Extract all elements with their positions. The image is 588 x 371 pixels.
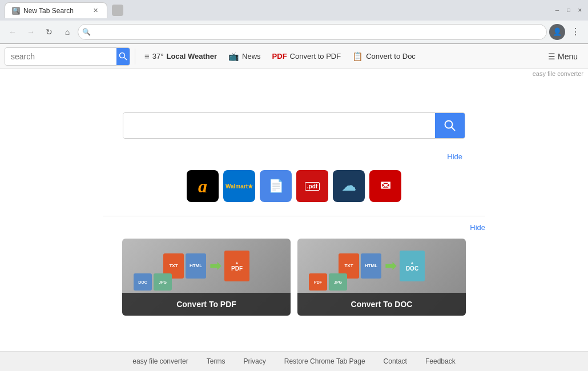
efc-label-text: easy file converter [533,70,583,77]
menu-label: Menu [558,52,578,61]
arrow-right-icon: ➡ [210,258,221,274]
address-search-icon: 🔍 [82,28,91,36]
doc-pile-bottom: DOC JPG [134,273,172,291]
footer-contact[interactable]: Contact [384,357,407,365]
quick-icons-row: a Walmart★ 📄 .pdf ☁ ✉ [0,163,588,211]
new-tab-button[interactable] [110,2,126,18]
footer-terms[interactable]: Terms [207,357,225,365]
center-search-box [123,112,465,139]
doc-output-pdf-icon: ▲ PDF [224,251,249,281]
toolbar-weather-temp: 37° [152,52,164,61]
footer-brand[interactable]: easy file converter [132,357,188,365]
footer-restore[interactable]: Restore Chrome Tab Page [284,357,365,365]
toolbar-separator-1 [135,49,135,64]
tab-favicon: 🔍 [12,7,20,15]
toolbar-weather-item[interactable]: ≡ 37° Local Weather [140,49,221,63]
tab-title: New Tab Search [23,7,91,15]
browser-menu-button[interactable]: ⋮ [567,24,583,40]
news-icon: 📺 [228,51,239,62]
tab-area: 🔍 New Tab Search ✕ [5,2,554,18]
maximize-button[interactable]: □ [565,7,572,14]
weather-grid-icon: ≡ [144,51,150,61]
quick-icon-weather[interactable]: ☁ [333,170,365,202]
close-button[interactable]: ✕ [577,7,583,14]
toolbar-pdf-label: Convert to PDF [290,52,341,61]
card-illustration-doc: TXT HTML ➡ ▲ DOC PDF JPG [297,239,466,293]
doc-output-doc-icon: ▲ DOC [400,251,425,281]
refresh-button[interactable]: ↻ [41,24,57,40]
svg-line-3 [452,127,455,131]
doc-icon: 📋 [352,51,363,62]
doc-html-icon: HTML [186,253,206,279]
toolbar-doc-item[interactable]: 📋 Convert to Doc [348,49,420,64]
extension-toolbar: ≡ 37° Local Weather 📺 News PDF Convert t… [0,44,588,69]
svg-point-2 [445,121,453,128]
quick-icon-mail[interactable]: ✉ [369,170,401,202]
center-search-wrapper [0,90,588,150]
doc-pdf-bottom-icon: PDF [309,273,327,291]
svg-point-0 [119,53,124,58]
tab-close-button[interactable]: ✕ [91,6,100,15]
toolbar-pdf-item[interactable]: PDF Convert to PDF [268,50,346,63]
doc-doc-icon: DOC [134,273,152,291]
footer-feedback[interactable]: Feedback [425,357,456,365]
toolbar-search-icon [119,52,128,61]
doc-jpg-icon: JPG [154,273,172,291]
hide-link[interactable]: Hide [0,150,588,163]
toolbar-search-box [5,47,130,66]
minimize-button[interactable]: ─ [554,7,561,14]
forward-button[interactable]: → [23,24,39,40]
toolbar-news-item[interactable]: 📺 News [224,49,265,64]
center-search-button[interactable] [435,112,465,139]
quick-icon-walmart[interactable]: Walmart★ [223,170,255,202]
browser-chrome: 🔍 New Tab Search ✕ ─ □ ✕ ← → ↻ ⌂ 🔍 👤 ⋮ [0,0,588,44]
address-wrapper: 🔍 [78,24,547,40]
section-divider [103,216,485,216]
center-search-icon [444,119,456,132]
main-content: Hide a Walmart★ 📄 .pdf ☁ ✉ Hide [0,78,588,320]
quick-icon-amazon[interactable]: a [187,170,219,202]
convert-to-pdf-card[interactable]: TXT HTML ➡ ▲ PDF DOC JPG Convert To PDF [122,239,291,316]
back-button[interactable]: ← [5,24,21,40]
hide-link-2-text: Hide [470,223,485,232]
pdf-icon: PDF [272,52,287,61]
quick-icon-pdf[interactable]: .pdf [296,170,328,202]
nav-bar: ← → ↻ ⌂ 🔍 👤 ⋮ [0,21,588,43]
hamburger-icon: ☰ [548,52,555,61]
active-tab[interactable]: 🔍 New Tab Search ✕ [5,2,107,18]
toolbar-menu-button[interactable]: ☰ Menu [542,50,583,63]
doc-pile-bottom2: PDF JPG [309,273,347,291]
card-bg-pdf: TXT HTML ➡ ▲ PDF DOC JPG Convert To PDF [122,239,291,316]
card-illustration-pdf: TXT HTML ➡ ▲ PDF DOC JPG [122,239,291,293]
page-footer: easy file converter Terms Privacy Restor… [0,351,588,371]
arrow-right-icon-2: ➡ [385,258,396,274]
doc-html-icon-2: HTML [361,253,381,279]
convert-to-doc-card[interactable]: TXT HTML ➡ ▲ DOC PDF JPG Convert To DOC [297,239,466,316]
quick-icon-docs[interactable]: 📄 [260,170,292,202]
toolbar-news-label: News [242,52,261,61]
title-bar: 🔍 New Tab Search ✕ ─ □ ✕ [0,0,588,21]
profile-button[interactable]: 👤 [549,24,565,40]
convert-to-doc-label: Convert To DOC [297,293,466,316]
hide-link-2[interactable]: Hide [0,221,588,234]
toolbar-search-button[interactable] [116,47,130,66]
efc-label-bar: easy file converter [0,69,588,78]
address-bar[interactable] [78,24,547,40]
window-controls: ─ □ ✕ [554,7,583,14]
convert-to-pdf-label: Convert To PDF [122,293,291,316]
doc-jpg-icon-2: JPG [329,273,347,291]
convert-cards-row: TXT HTML ➡ ▲ PDF DOC JPG Convert To PDF [0,234,588,320]
footer-privacy[interactable]: Privacy [243,357,265,365]
toolbar-weather-label: Local Weather [166,52,217,61]
toolbar-search-input[interactable] [5,48,116,65]
home-button[interactable]: ⌂ [59,24,75,40]
svg-line-1 [124,57,127,60]
card-bg-doc: TXT HTML ➡ ▲ DOC PDF JPG Convert To DOC [297,239,466,316]
hide-link-text: Hide [447,152,462,161]
center-search-input[interactable] [123,113,435,138]
toolbar-doc-label: Convert to Doc [366,52,416,61]
